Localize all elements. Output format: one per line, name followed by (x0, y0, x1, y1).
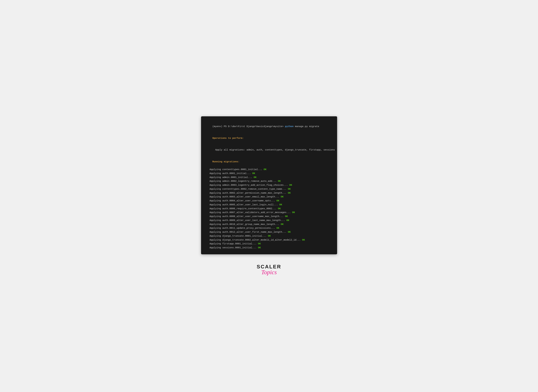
terminal-line: Applying auth.0003_alter_user_email_max_… (207, 195, 331, 199)
terminal-line: Applying auth.0002_alter_permission_name… (207, 191, 331, 195)
terminal-line: Applying django_truncate.0001_initial...… (207, 234, 331, 238)
terminal-line: Applying firstapp.0001_initial... OK (207, 242, 331, 246)
terminal-line: Applying auth.0012_alter_user_first_name… (207, 230, 331, 234)
terminal-line: Apply all migrations: admin, auth, conte… (207, 144, 331, 156)
terminal-line: Applying auth.0006_require_contenttypes_… (207, 207, 331, 211)
terminal-line: Running migrations: (207, 156, 331, 168)
terminal-line: Applying admin.0003_logentry_add_action_… (207, 183, 331, 187)
terminal-line: Applying auth.0001_initial... OK (207, 172, 331, 176)
terminal-line: Applying contenttypes.0002_remove_conten… (207, 187, 331, 191)
logo-section: SCALER Topics (257, 264, 281, 276)
command-text: manage.py migrate (294, 125, 319, 128)
terminal-line: Applying contenttypes.0001_initial... OK (207, 168, 331, 172)
python-keyword: python (285, 125, 294, 128)
terminal-line: Applying admin.0002_logentry_remove_auto… (207, 179, 331, 183)
section-header: Operations to perform: (212, 137, 244, 140)
terminal-line: (myenv) PS D:\dev\First Django\basicdjan… (207, 121, 331, 132)
terminal-line: Applying auth.0011_update_proxy_permissi… (207, 226, 331, 230)
terminal-line: Applying auth.0010_alter_group_name_max_… (207, 223, 331, 227)
terminal-line: Applying admin.0001_initial... OK (207, 176, 331, 180)
terminal-line: Applying sessions.0001_initial... OK (207, 246, 331, 250)
prompt-text: (myenv) PS D:\dev\First Django\basicdjan… (212, 125, 285, 128)
terminal-line: Applying auth.0008_alter_user_username_m… (207, 215, 331, 219)
terminal-line: Applying django_truncate.0002_alter_mode… (207, 238, 331, 242)
terminal-line: Applying auth.0004_alter_user_username_o… (207, 199, 331, 203)
terminal-window: (myenv) PS D:\dev\First Django\basicdjan… (201, 116, 337, 254)
terminal-line: Applying auth.0005_alter_user_last_login… (207, 203, 331, 207)
terminal-line: Applying auth.0007_alter_validators_add_… (207, 211, 331, 215)
terminal-line: Operations to perform: (207, 132, 331, 144)
logo-topics-text: Topics (257, 269, 281, 276)
section-header: Running migrations: (212, 160, 240, 163)
terminal-line: Applying auth.0009_alter_user_last_name_… (207, 219, 331, 223)
migration-info: Apply all migrations: admin, auth, conte… (212, 149, 335, 151)
